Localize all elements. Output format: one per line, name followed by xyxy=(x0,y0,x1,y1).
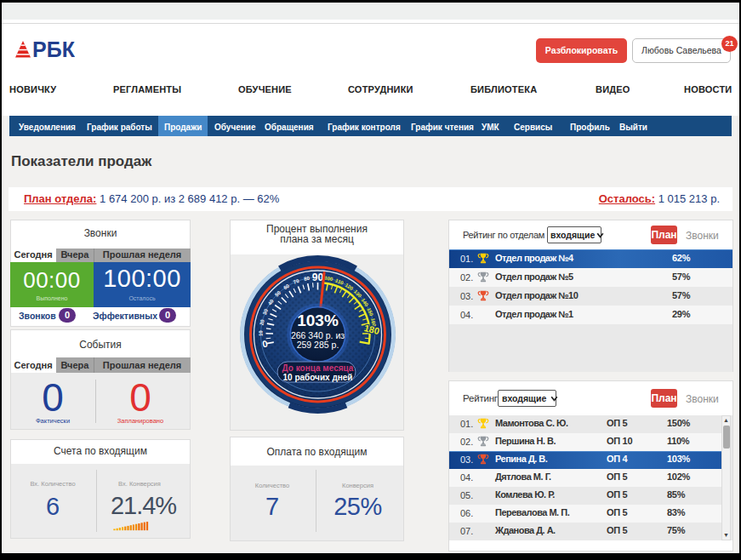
svg-text:90: 90 xyxy=(312,271,324,283)
svg-text:РБК: РБК xyxy=(32,41,75,60)
svg-text:10 рабочих дней: 10 рабочих дней xyxy=(283,373,353,382)
svg-text:10: 10 xyxy=(259,330,264,336)
svg-text:103%: 103% xyxy=(297,311,339,329)
svg-text:До конца месяца: До конца месяца xyxy=(282,363,354,373)
svg-text:259 285 р.: 259 285 р. xyxy=(297,340,339,350)
